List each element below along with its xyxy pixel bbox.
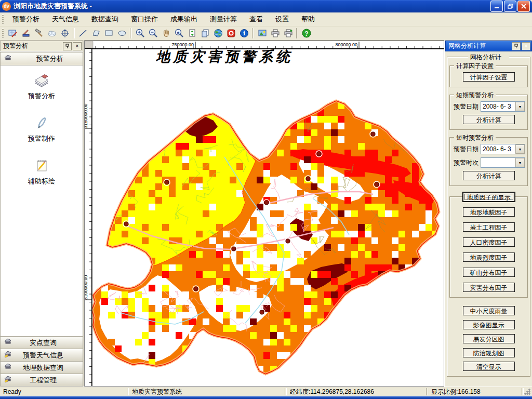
section-project-management[interactable]: 工程管理: [0, 374, 83, 387]
pen-icon: [33, 114, 50, 132]
tool-icon: [4, 349, 14, 361]
copy-layers-icon[interactable]: [198, 28, 211, 39]
time-label: 预警时次: [452, 158, 481, 167]
info-icon[interactable]: i: [237, 28, 250, 39]
factor-setup-button[interactable]: 计算因子设置: [463, 72, 515, 82]
menu-settings[interactable]: 设置: [269, 13, 295, 25]
svg-text:?: ?: [304, 30, 308, 37]
short-term-date-combo[interactable]: 2008- 6- 3 ▼: [481, 101, 525, 112]
toolbar-separator: [130, 28, 132, 38]
item-warning-production[interactable]: 预警制作: [28, 114, 55, 143]
map-title: 地质灾害预警系统: [155, 49, 293, 64]
ellipse-tool-icon[interactable]: [115, 28, 128, 39]
close-panel-icon[interactable]: ×: [73, 42, 82, 50]
prevention-plan-button[interactable]: 防治规划图: [463, 348, 515, 357]
hammer-tool-icon[interactable]: [32, 28, 45, 39]
chevron-down-icon[interactable]: ▼: [515, 102, 525, 111]
disaster-factor-button[interactable]: 灾害分布因子: [463, 283, 515, 292]
print-setup-icon[interactable]: [282, 28, 295, 39]
tool-icon: [4, 337, 14, 349]
geo-factor-display-button[interactable]: 地质因子的显示: [463, 192, 515, 202]
susceptibility-map-button[interactable]: 易发分区图: [463, 334, 515, 343]
disaster-marker: [164, 179, 170, 185]
section-disaster-point-query[interactable]: 灾点查询: [0, 336, 83, 349]
section-geo-data-query[interactable]: 地理数据查询: [0, 361, 83, 374]
help-icon[interactable]: ?: [300, 28, 313, 39]
right-panel-titlebar: 网格分析计算 ×: [445, 41, 532, 51]
seismic-factor-button[interactable]: 地震烈度因子: [463, 252, 515, 262]
disaster-marker: [123, 221, 129, 227]
stop-icon[interactable]: [224, 28, 237, 39]
close-panel-icon[interactable]: ×: [522, 42, 530, 50]
ruler-horizontal: 750000.00800000.00: [85, 41, 444, 49]
pin-icon[interactable]: [63, 42, 72, 50]
pan-hand-icon[interactable]: [159, 28, 172, 39]
item-warning-analysis[interactable]: 预警分析: [28, 72, 55, 101]
immediate-date-combo[interactable]: 2008- 6- 3 ▼: [481, 144, 525, 154]
clear-display-button[interactable]: 清空显示: [463, 362, 515, 371]
menu-view[interactable]: 查看: [243, 13, 269, 25]
immediate-analyze-button[interactable]: 分析计算: [463, 171, 515, 180]
cloud-tool-icon[interactable]: [45, 28, 58, 39]
resize-grip[interactable]: [524, 388, 531, 395]
item-aux-plotting[interactable]: 辅助标绘: [28, 157, 55, 186]
toolbar-separator: [252, 28, 254, 38]
line-tool-icon[interactable]: [76, 28, 89, 39]
menu-output[interactable]: 成果输出: [164, 13, 204, 25]
chevron-down-icon[interactable]: ▼: [515, 158, 525, 167]
status-scale: 显示比例:166.158: [428, 387, 522, 396]
menu-weather-info[interactable]: 天气信息: [46, 13, 85, 25]
toolbar-separator: [73, 28, 75, 38]
close-button[interactable]: [517, 1, 530, 12]
map-viewport: 750000.00800000.00 3150000.003100000.00 …: [84, 41, 444, 387]
restore-button[interactable]: [504, 1, 516, 12]
map-image-icon[interactable]: [256, 28, 269, 39]
print-icon[interactable]: [269, 28, 282, 39]
grid-analysis-groupbox: 网格分析计算 计算因子设置 计算因子设置 短期预警分析 预警日期 2008- 6…: [447, 57, 530, 377]
refresh-icon[interactable]: [185, 28, 198, 39]
immediate-time-combo[interactable]: ▼: [481, 157, 525, 168]
toolbar-grip[interactable]: [1, 29, 5, 38]
factor-buttons-group: 地形地貌因子 岩土工程因子 人口密度因子 地震烈度因子 矿山分布因子 灾害分布因…: [449, 196, 528, 298]
zoom-extent-icon[interactable]: ±: [172, 28, 185, 39]
app-window: dv 浏阳市地质灾害预警系统 - 预警分析 天气信息 数据查询 窗口操作 成果输…: [0, 0, 532, 399]
mine-factor-button[interactable]: 矿山分布因子: [463, 268, 515, 277]
terrain-factor-button[interactable]: 地形地貌因子: [463, 207, 515, 217]
population-factor-button[interactable]: 人口密度因子: [463, 237, 515, 247]
image-display-button[interactable]: 影像图显示: [463, 320, 515, 329]
right-panel: 网格分析计算 × 网格分析计算 计算因子设置 计算因子设置 短期预警分析 预警日…: [444, 41, 532, 387]
polygon-tool-icon[interactable]: [89, 28, 102, 39]
zoom-in-icon[interactable]: [134, 28, 147, 39]
disaster-marker: [370, 131, 376, 137]
rainfall-button[interactable]: 中小尺度雨量: [463, 306, 515, 315]
date-label: 预警日期: [452, 102, 481, 111]
geotech-factor-button[interactable]: 岩土工程因子: [463, 222, 515, 232]
chevron-down-icon[interactable]: ▼: [515, 144, 525, 154]
map-canvas[interactable]: 地质灾害预警系统: [92, 49, 444, 387]
menu-bar: 预警分析 天气信息 数据查询 窗口操作 成果输出 测量计算 查看 设置 帮助: [0, 12, 532, 26]
map-select-tool-icon[interactable]: [6, 28, 19, 39]
ruler-x-label: 800000.00: [335, 42, 357, 47]
menu-grip[interactable]: [1, 15, 5, 24]
menu-window-ops[interactable]: 窗口操作: [125, 13, 164, 25]
globe-icon[interactable]: [211, 28, 224, 39]
left-panel-header[interactable]: 预警分析: [0, 52, 83, 65]
rectangle-tool-icon[interactable]: [102, 28, 115, 39]
item-label: 辅助标绘: [28, 177, 55, 186]
menu-measure[interactable]: 测量计算: [204, 13, 243, 25]
svg-text:±: ±: [177, 30, 179, 35]
left-panel-title: 预警分析: [3, 42, 62, 50]
menu-data-query[interactable]: 数据查询: [85, 13, 125, 25]
stamp-tool-icon[interactable]: [19, 28, 32, 39]
immediate-group: 短时预警分析 预警日期 2008- 6- 3 ▼ 预警时次: [449, 137, 528, 186]
section-warning-weather-info[interactable]: 预警天气信息: [0, 349, 83, 362]
minimize-button[interactable]: [490, 1, 503, 12]
menu-warning-analysis[interactable]: 预警分析: [6, 13, 46, 25]
crosshair-tool-icon[interactable]: [58, 28, 71, 39]
left-panel-titlebar: 预警分析 ×: [0, 41, 83, 51]
zoom-out-icon[interactable]: [147, 28, 159, 39]
pin-icon[interactable]: [512, 42, 521, 50]
ruler-x-label: 750000.00: [171, 42, 194, 47]
short-term-analyze-button[interactable]: 分析计算: [463, 115, 515, 124]
menu-help[interactable]: 帮助: [295, 13, 321, 25]
